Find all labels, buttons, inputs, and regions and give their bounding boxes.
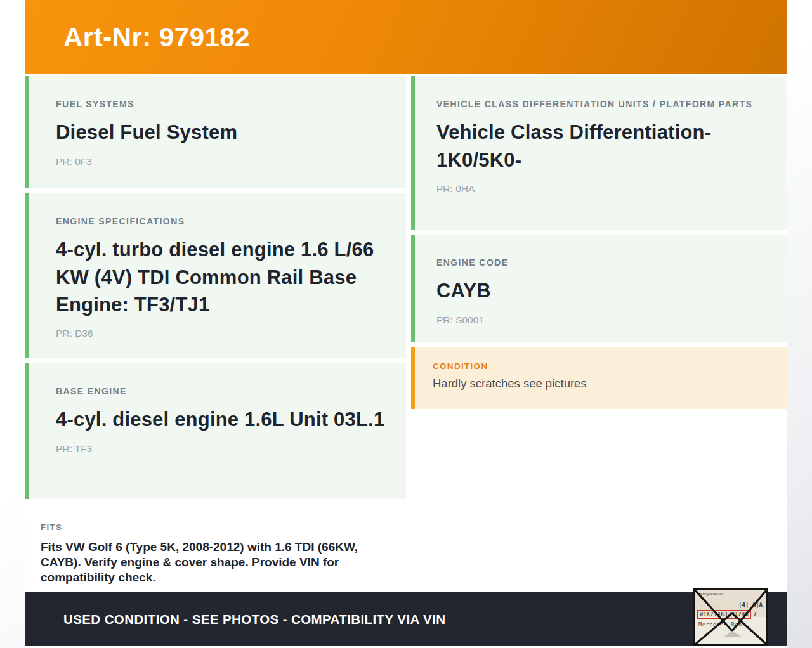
fits-text: Fits VW Golf 6 (Type 5K, 2008-2012) with… [41,540,387,586]
card-label: ENGINE CODE [436,256,768,269]
card-title: CAYB [436,277,768,304]
card-pr-code: PR: 0HA [436,183,768,195]
left-column: FUEL SYSTEMS Diesel Fuel System PR: 0F3 … [25,76,406,601]
header-banner: Art-Nr: 979182 [25,0,787,74]
page-title: Art-Nr: 979182 [63,22,250,53]
card-pr-code: PR: TF3 [56,443,387,455]
card-engine-code: ENGINE CODE CAYB PR: S0001 [411,235,787,342]
card-label: ENGINE SPECIFICATIONS [56,215,387,228]
card-engine-specifications: ENGINE SPECIFICATIONS 4-cyl. turbo diese… [25,193,406,358]
card-title: 4-cyl. turbo diesel engine 1.6 L/66 KW (… [56,236,387,318]
card-label: BASE ENGINE [56,385,387,398]
card-pr-code: PR: 0F3 [56,156,387,167]
card-label: VEHICLE CLASS DIFFERENTIATION UNITS / PL… [436,98,768,110]
card-vehicle-class: VEHICLE CLASS DIFFERENTIATION UNITS / PL… [411,76,787,230]
right-column: VEHICLE CLASS DIFFERENTIATION UNITS / PL… [411,76,787,601]
card-title: 4-cyl. diesel engine 1.6L Unit 03L.1 [56,406,387,433]
page: Art-Nr: 979182 FUEL SYSTEMS Diesel Fuel … [0,0,812,648]
condition-label: CONDITION [433,361,771,371]
card-base-engine: BASE ENGINE 4-cyl. diesel engine 1.6L Un… [25,363,406,499]
footer-text: USED CONDITION - SEE PHOTOS - COMPATIBIL… [63,612,445,627]
card-label: FUEL SYSTEMS [56,98,387,110]
fits-label: FITS [41,522,387,534]
card-pr-code: PR: D36 [56,328,387,339]
card-title: Diesel Fuel System [56,119,387,146]
vin-document-stamp: Fahrgestell-Nr. |4| A|A W1K71463J31248 7… [693,588,768,646]
card-fuel-systems: FUEL SYSTEMS Diesel Fuel System PR: 0F3 [25,76,406,188]
footer-bar: USED CONDITION - SEE PHOTOS - COMPATIBIL… [25,592,787,646]
card-columns: FUEL SYSTEMS Diesel Fuel System PR: 0F3 … [25,76,787,601]
condition-text: Hardly scratches see pictures [433,377,771,391]
card-condition: CONDITION Hardly scratches see pictures [411,347,787,409]
content-area: Art-Nr: 979182 FUEL SYSTEMS Diesel Fuel … [25,0,787,648]
envelope-icon [695,590,766,644]
card-fits: FITS Fits VW Golf 6 (Type 5K, 2008-2012)… [25,504,406,601]
card-pr-code: PR: S0001 [436,314,768,326]
card-title: Vehicle Class Differentiation-1K0/5K0- [436,119,768,174]
